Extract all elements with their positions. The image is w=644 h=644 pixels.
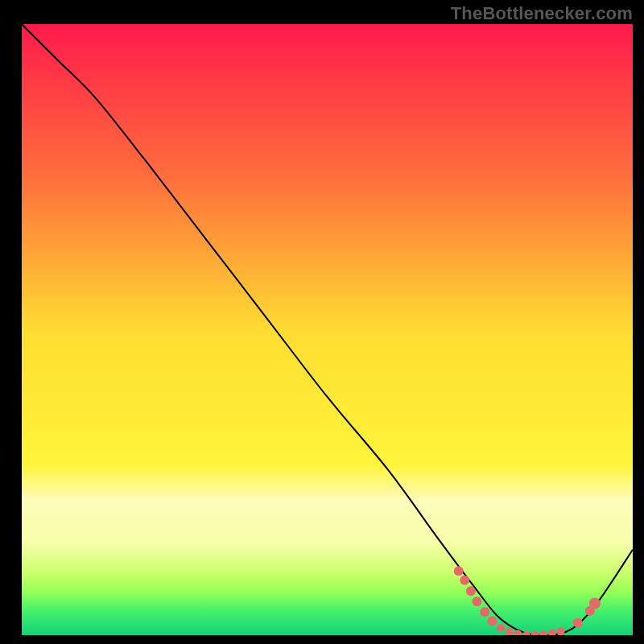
threshold-marker <box>522 631 530 639</box>
chart-container: TheBottlenecker.com <box>0 0 644 644</box>
heatmap-background <box>22 24 633 635</box>
chart-svg <box>0 0 644 644</box>
threshold-marker <box>514 630 522 638</box>
threshold-marker <box>480 607 489 617</box>
threshold-marker <box>556 627 564 635</box>
threshold-marker <box>460 576 469 585</box>
threshold-marker <box>539 630 547 638</box>
threshold-marker <box>454 566 464 576</box>
threshold-marker <box>506 628 514 636</box>
threshold-marker <box>497 624 505 632</box>
threshold-marker <box>487 617 497 626</box>
threshold-marker <box>548 630 556 638</box>
threshold-marker <box>589 598 601 609</box>
threshold-marker <box>466 586 476 596</box>
threshold-marker <box>573 618 583 628</box>
threshold-marker <box>531 631 539 639</box>
threshold-marker <box>472 597 481 606</box>
